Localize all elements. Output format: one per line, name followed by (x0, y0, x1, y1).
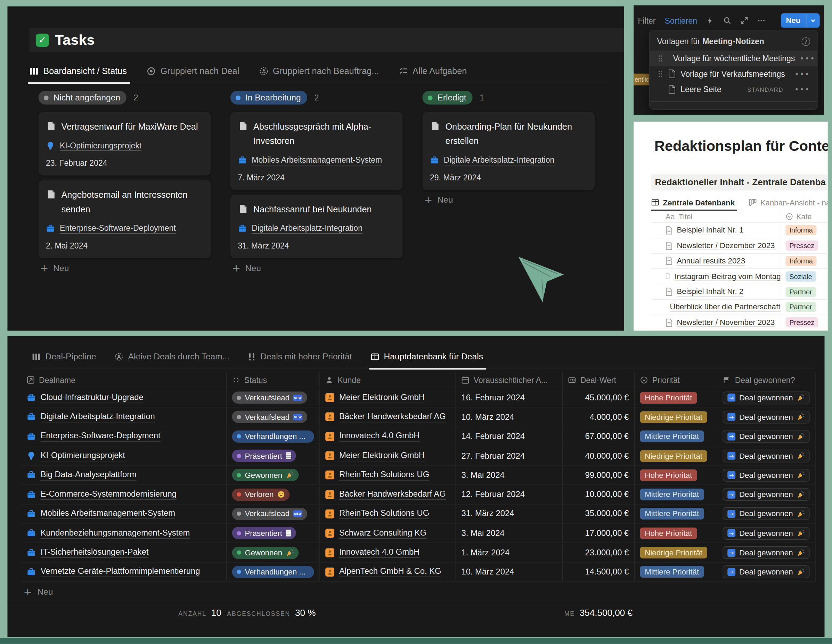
cell-wert[interactable]: 35.000,00 € (563, 504, 635, 523)
table-row[interactable]: Newsletter / November 2023 Pressez (651, 315, 828, 330)
cell-wert[interactable]: 10.000,00 € (563, 485, 635, 504)
cell-date[interactable]: 12. Februar 2024 (456, 485, 563, 504)
cell-prio[interactable]: Hohe Priorität (635, 524, 717, 543)
add-card-button[interactable]: +Neu (422, 195, 595, 205)
category-tag[interactable]: Pressez (786, 240, 818, 251)
kanban-card[interactable]: Nachfassanruf bei Neukunden Digitale Arb… (230, 195, 403, 258)
filter-button[interactable]: Filter (638, 16, 656, 25)
cell-dealname[interactable]: Enterprise-Software-Deployment (21, 427, 227, 446)
cell-wert[interactable]: 17.000,00 € (563, 524, 635, 543)
template-item-sales-meetings[interactable]: Vorlage für Verkaufsmeetings ••• (650, 66, 818, 82)
template-item-blank-page[interactable]: Leere Seite STANDARD ••• (650, 82, 818, 97)
help-icon[interactable]: ? (802, 37, 810, 46)
cell-kunde[interactable]: Innovatech 4.0 GmbH (320, 427, 456, 446)
category-tag[interactable]: Partner (786, 287, 816, 297)
cell-won[interactable]: → Deal gewonnen (717, 504, 816, 523)
relation-link[interactable]: KI-Optimierungsprojekt (46, 141, 203, 151)
cell-prio[interactable]: Niedrige Priorität (635, 408, 717, 426)
table-row[interactable]: Annual results 2023 Informa (651, 254, 828, 269)
cell-dealname[interactable]: Kundenbeziehungsmanagement-System (21, 524, 227, 543)
table-row[interactable]: Mobiles Arbeitsmanagement-System Verkauf… (21, 504, 816, 524)
cell-won[interactable]: → Deal gewonnen (717, 408, 816, 426)
cell-won[interactable]: → Deal gewonnen (717, 485, 816, 504)
relation-link[interactable]: Digitale Arbeitsplatz-Integration (238, 223, 395, 234)
add-card-button[interactable]: +Neu (38, 263, 211, 273)
cell-kunde[interactable]: Innovatech 4.0 GmbH (320, 543, 456, 562)
cell-dealname[interactable]: IT-Sicherheitslösungen-Paket (21, 543, 227, 562)
summary-completed[interactable]: ABGESCHLOSSEN 30 % (227, 608, 315, 618)
cell-status[interactable]: Verkaufslead NEW (227, 504, 320, 523)
cell-wert[interactable]: 99.000,00 € (563, 466, 635, 484)
table-row[interactable]: Enterprise-Software-Deployment Verhandlu… (21, 427, 816, 447)
cell-kunde[interactable]: Meier Elektronik GmbH (320, 388, 456, 407)
cell-dealname[interactable]: Vernetzte Geräte-Plattformimplementierun… (21, 562, 227, 581)
cell-kunde[interactable]: Bäcker Handwerksbedarf AG (320, 485, 456, 504)
template-item-weekly-meetings[interactable]: Vorlage für wöchentliche Meetings ••• (650, 51, 818, 66)
chevron-down-icon[interactable] (806, 18, 819, 23)
cell-wert[interactable]: 4.000,00 € (563, 408, 635, 426)
column-header-date[interactable]: Voraussichtlicher A... (456, 372, 563, 388)
cell-won[interactable]: → Deal gewonnen (717, 543, 816, 562)
cell-kunde[interactable]: RheinTech Solutions UG (320, 466, 456, 484)
cell-prio[interactable]: Niedrige Priorität (635, 543, 717, 562)
cell-kunde[interactable]: Schwarz Consulting KG (320, 524, 456, 543)
category-tag[interactable]: Pressez (786, 317, 818, 327)
cell-date[interactable]: 1. März 2024 (456, 543, 563, 562)
cell-wert[interactable]: 67.000,00 € (563, 427, 635, 446)
more-options-icon[interactable] (757, 16, 765, 24)
table-row[interactable]: Beispiel Inhalt Nr. 2 Partner (651, 284, 828, 300)
kanban-card[interactable]: Vertragsentwurf für MaxiWare Deal KI-Opt… (38, 112, 211, 176)
tab-gruppiert-nach-deal[interactable]: Gruppiert nach Deal (147, 60, 240, 83)
cell-status[interactable]: Gewonnen NEW (227, 543, 320, 562)
column-header-prio[interactable]: Priorität (635, 372, 717, 388)
item-more-icon[interactable]: ••• (794, 85, 810, 94)
status-group-pill[interactable]: Nicht angefangen (38, 91, 126, 105)
table-row[interactable]: IT-Sicherheitslösungen-Paket Gewonnen NE… (21, 543, 816, 563)
cell-won[interactable]: → Deal gewonnen (717, 446, 816, 465)
cell-dealname[interactable]: Digitale Arbeitsplatz-Integration (21, 408, 227, 426)
cell-dealname[interactable]: Big Data-Analyseplattform (21, 466, 227, 484)
cell-prio[interactable]: Niedrige Priorität (635, 446, 717, 465)
cell-prio[interactable]: Hohe Priorität (635, 466, 717, 484)
cell-prio[interactable]: Mittlere Priorität (635, 504, 717, 523)
column-header-won[interactable]: Deal gewonnen? (717, 372, 816, 388)
tab-aktive-deals[interactable]: Aktive Deals durch Team... (115, 344, 229, 368)
cell-won[interactable]: → Deal gewonnen (717, 562, 816, 581)
new-button[interactable]: Neu (781, 13, 820, 27)
cell-date[interactable]: 10. März 2024 (456, 562, 563, 581)
table-row[interactable]: Big Data-Analyseplattform Gewonnen NEW (21, 466, 816, 485)
cell-dealname[interactable]: KI-Optimierungsprojekt (21, 446, 227, 465)
cell-status[interactable]: Gewonnen NEW (227, 466, 320, 484)
new-template-button[interactable]: + Neue Vorlage (650, 106, 818, 110)
table-row[interactable]: Cloud-Infrastruktur-Upgrade Verkaufslead… (21, 388, 816, 408)
table-row[interactable]: Vernetzte Geräte-Plattformimplementierun… (21, 562, 816, 582)
summary-count[interactable]: ANZAHL 10 (178, 608, 221, 618)
tab-boardansicht-status[interactable]: Boardansicht / Status (29, 60, 127, 83)
cell-status[interactable]: Verhandlungen ... NEW (227, 427, 320, 446)
drag-handle-icon[interactable] (657, 70, 664, 77)
table-row[interactable]: E-Commerce-Systemmodernisierung Verloren… (21, 485, 816, 505)
cell-won[interactable]: → Deal gewonnen (717, 427, 816, 446)
cell-wert[interactable]: 40.000,00 € (563, 446, 635, 465)
cell-wert[interactable]: 23.000,00 € (563, 543, 635, 562)
cell-wert[interactable]: 14.500,00 € (563, 562, 635, 581)
table-row[interactable]: Beispiel Inhalt Nr. 1 Informa (651, 223, 828, 238)
table-row[interactable]: KI-Optimierungsprojekt Präsentiert NEW (21, 446, 816, 466)
tab-deal-pipeline[interactable]: Deal-Pipeline (32, 344, 96, 368)
tab-hauptdatenbank[interactable]: Hauptdatenbank für Deals (370, 344, 483, 368)
cell-won[interactable]: → Deal gewonnen (717, 388, 816, 407)
lightning-icon[interactable] (706, 16, 714, 24)
cell-date[interactable]: 3. Mai 2024 (456, 466, 563, 484)
status-group-pill[interactable]: Erledigt (422, 91, 473, 105)
cell-date[interactable]: 16. Februar 2024 (456, 388, 563, 407)
column-header-status[interactable]: Status (227, 372, 320, 388)
cell-status[interactable]: Verkaufslead NEW (227, 408, 320, 426)
cell-date[interactable]: 3. Mai 2024 (456, 524, 563, 543)
category-tag[interactable]: Informa (786, 256, 816, 266)
kanban-card[interactable]: Angebotsemail an Interessenten senden En… (38, 180, 211, 258)
cell-kunde[interactable]: Bäcker Handwerksbedarf AG (320, 408, 456, 426)
column-header-kunde[interactable]: Kunde (320, 372, 456, 388)
item-more-icon[interactable]: ••• (794, 69, 810, 78)
cell-date[interactable]: 10. März 2024 (456, 408, 563, 426)
category-tag[interactable]: Partner (786, 302, 816, 312)
